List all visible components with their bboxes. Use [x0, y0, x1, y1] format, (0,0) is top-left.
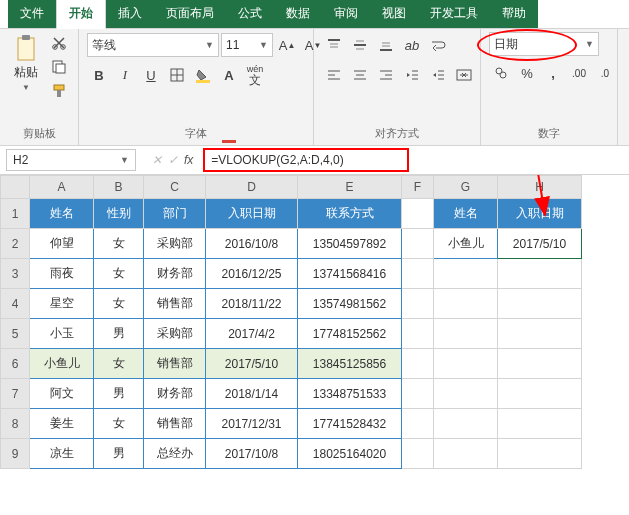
- row-header[interactable]: 1: [1, 199, 30, 229]
- col-header[interactable]: B: [94, 176, 144, 199]
- row-header[interactable]: 6: [1, 349, 30, 379]
- cell[interactable]: 小玉: [30, 319, 94, 349]
- cell[interactable]: [434, 289, 498, 319]
- cell[interactable]: [498, 439, 582, 469]
- percent-button[interactable]: %: [515, 60, 539, 86]
- cell[interactable]: [434, 319, 498, 349]
- cell[interactable]: [498, 319, 582, 349]
- col-header[interactable]: A: [30, 176, 94, 199]
- cell[interactable]: [434, 409, 498, 439]
- enter-formula-button[interactable]: ✓: [168, 153, 178, 167]
- cell[interactable]: 采购部: [144, 229, 206, 259]
- comma-button[interactable]: ,: [541, 60, 565, 86]
- fill-color-button[interactable]: [191, 62, 215, 88]
- cell[interactable]: 2017/10/8: [206, 439, 298, 469]
- align-bottom-button[interactable]: [374, 32, 398, 58]
- merge-button[interactable]: [452, 62, 476, 88]
- align-center-button[interactable]: [348, 62, 372, 88]
- cell[interactable]: 采购部: [144, 319, 206, 349]
- align-middle-button[interactable]: [348, 32, 372, 58]
- underline-button[interactable]: U: [139, 62, 163, 88]
- align-right-button[interactable]: [374, 62, 398, 88]
- cell[interactable]: 男: [94, 379, 144, 409]
- increase-indent-button[interactable]: [426, 62, 450, 88]
- cell[interactable]: [434, 259, 498, 289]
- font-color-button[interactable]: A: [217, 62, 241, 88]
- cell[interactable]: 小鱼儿: [434, 229, 498, 259]
- increase-font-button[interactable]: A▲: [275, 32, 299, 58]
- cell[interactable]: 销售部: [144, 409, 206, 439]
- cell[interactable]: 2017/4/2: [206, 319, 298, 349]
- cell[interactable]: 2018/11/22: [206, 289, 298, 319]
- table-header[interactable]: 入职日期: [498, 199, 582, 229]
- cell[interactable]: [402, 409, 434, 439]
- select-all-corner[interactable]: [1, 176, 30, 199]
- col-header[interactable]: D: [206, 176, 298, 199]
- fx-button[interactable]: fx: [184, 153, 193, 167]
- col-header[interactable]: H: [498, 176, 582, 199]
- cell[interactable]: [402, 349, 434, 379]
- wrap-text-button[interactable]: [426, 32, 450, 58]
- copy-button[interactable]: [48, 56, 70, 78]
- cell[interactable]: [498, 289, 582, 319]
- cell[interactable]: 2017/5/10: [206, 349, 298, 379]
- cell[interactable]: 女: [94, 229, 144, 259]
- decrease-indent-button[interactable]: [400, 62, 424, 88]
- cell[interactable]: 13845125856: [298, 349, 402, 379]
- cell[interactable]: 2017/12/31: [206, 409, 298, 439]
- cell[interactable]: [434, 349, 498, 379]
- cut-button[interactable]: [48, 32, 70, 54]
- cell[interactable]: 13348751533: [298, 379, 402, 409]
- cell[interactable]: [434, 379, 498, 409]
- cell[interactable]: 凉生: [30, 439, 94, 469]
- row-header[interactable]: 8: [1, 409, 30, 439]
- table-header[interactable]: 姓名: [434, 199, 498, 229]
- formula-input[interactable]: =VLOOKUP(G2,A:D,4,0): [203, 148, 409, 172]
- cell[interactable]: [434, 439, 498, 469]
- cell[interactable]: 18025164020: [298, 439, 402, 469]
- cell[interactable]: 小鱼儿: [30, 349, 94, 379]
- cancel-formula-button[interactable]: ✕: [152, 153, 162, 167]
- cell[interactable]: 2016/12/25: [206, 259, 298, 289]
- cell[interactable]: 2018/1/14: [206, 379, 298, 409]
- tab-formula[interactable]: 公式: [226, 0, 274, 28]
- cell[interactable]: 阿文: [30, 379, 94, 409]
- cell[interactable]: 女: [94, 349, 144, 379]
- tab-home[interactable]: 开始: [56, 0, 106, 29]
- col-header[interactable]: E: [298, 176, 402, 199]
- paste-button[interactable]: 粘贴 ▼: [8, 32, 44, 94]
- row-header[interactable]: 7: [1, 379, 30, 409]
- cell[interactable]: 仰望: [30, 229, 94, 259]
- tab-file[interactable]: 文件: [8, 0, 56, 28]
- number-format-combo[interactable]: 日期▼: [489, 32, 599, 56]
- phonetic-button[interactable]: wén文: [243, 62, 267, 88]
- tab-dev[interactable]: 开发工具: [418, 0, 490, 28]
- cell[interactable]: 销售部: [144, 289, 206, 319]
- row-header[interactable]: 2: [1, 229, 30, 259]
- tab-layout[interactable]: 页面布局: [154, 0, 226, 28]
- cell[interactable]: 女: [94, 259, 144, 289]
- format-painter-button[interactable]: [48, 80, 70, 102]
- font-name-combo[interactable]: 等线▼: [87, 33, 219, 57]
- cell[interactable]: [402, 229, 434, 259]
- row-header[interactable]: 3: [1, 259, 30, 289]
- table-header[interactable]: 姓名: [30, 199, 94, 229]
- cell[interactable]: 星空: [30, 289, 94, 319]
- cell[interactable]: 男: [94, 439, 144, 469]
- cell[interactable]: 17741528432: [298, 409, 402, 439]
- cell[interactable]: 财务部: [144, 379, 206, 409]
- col-header[interactable]: F: [402, 176, 434, 199]
- cell[interactable]: [402, 199, 434, 229]
- increase-decimal-button[interactable]: .00: [567, 60, 591, 86]
- cell[interactable]: [498, 379, 582, 409]
- cell[interactable]: [498, 409, 582, 439]
- cell[interactable]: [402, 379, 434, 409]
- cell[interactable]: [402, 319, 434, 349]
- cell[interactable]: 男: [94, 319, 144, 349]
- table-header[interactable]: 性别: [94, 199, 144, 229]
- table-header[interactable]: 部门: [144, 199, 206, 229]
- cell[interactable]: [498, 259, 582, 289]
- tab-insert[interactable]: 插入: [106, 0, 154, 28]
- cell[interactable]: 财务部: [144, 259, 206, 289]
- align-top-button[interactable]: [322, 32, 346, 58]
